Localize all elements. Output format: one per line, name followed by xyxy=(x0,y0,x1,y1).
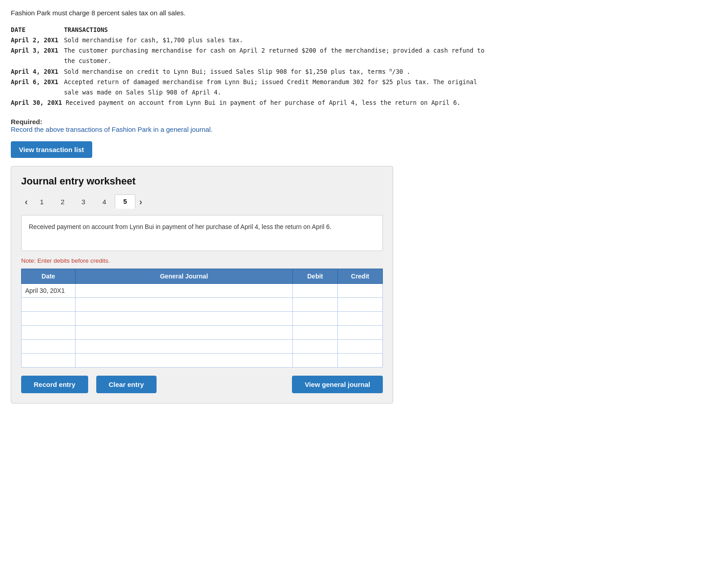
row4-journal-input[interactable] xyxy=(76,326,292,339)
intro-text: Fashion Park must charge 8 percent sales… xyxy=(11,9,711,17)
row2-date xyxy=(22,298,76,312)
tab-row: ‹ 1 2 3 4 5 › xyxy=(21,194,383,209)
tx-date-4: April 6, 20X1 xyxy=(11,77,60,87)
tx-text-5: Received payment on account from Lynn Bu… xyxy=(66,99,461,106)
description-box: Received payment on account from Lynn Bu… xyxy=(21,215,383,251)
row5-credit[interactable] xyxy=(338,340,383,354)
tab-4[interactable]: 4 xyxy=(94,195,115,209)
th-journal: General Journal xyxy=(76,269,293,284)
th-debit: Debit xyxy=(293,269,338,284)
th-credit: Credit xyxy=(338,269,383,284)
row5-debit[interactable] xyxy=(293,340,338,354)
row2-debit[interactable] xyxy=(293,298,338,312)
clear-entry-button[interactable]: Clear entry xyxy=(96,376,157,393)
transactions-block: DATE TRANSACTIONS April 2, 20X1 Sold mer… xyxy=(11,25,711,108)
tx-text-2: The customer purchasing merchandise for … xyxy=(64,47,484,54)
row1-credit[interactable] xyxy=(338,284,383,298)
record-entry-button[interactable]: Record entry xyxy=(21,376,88,393)
row4-date xyxy=(22,326,76,340)
row3-debit[interactable] xyxy=(293,312,338,326)
tx-date-2: April 3, 20X1 xyxy=(11,45,60,56)
row4-credit[interactable] xyxy=(338,326,383,340)
row4-journal[interactable] xyxy=(76,326,293,340)
header-transactions: TRANSACTIONS xyxy=(64,26,108,33)
row6-journal[interactable] xyxy=(76,354,293,368)
tx-text-2b: the customer. xyxy=(64,57,112,64)
worksheet-title: Journal entry worksheet xyxy=(21,175,383,187)
row2-journal[interactable] xyxy=(76,298,293,312)
row3-credit[interactable] xyxy=(338,312,383,326)
tx-text-1: Sold merchandise for cash, $1,700 plus s… xyxy=(64,36,243,44)
row3-journal[interactable] xyxy=(76,312,293,326)
row6-credit-input[interactable] xyxy=(338,354,382,367)
table-row: April 30, 20X1 xyxy=(22,284,383,298)
tab-3[interactable]: 3 xyxy=(73,195,94,209)
table-row xyxy=(22,312,383,326)
row6-debit-input[interactable] xyxy=(293,354,337,367)
table-row xyxy=(22,354,383,368)
row1-date: April 30, 20X1 xyxy=(22,284,76,298)
row6-date xyxy=(22,354,76,368)
table-row xyxy=(22,326,383,340)
row3-debit-input[interactable] xyxy=(293,312,337,325)
row4-credit-input[interactable] xyxy=(338,326,382,339)
table-row xyxy=(22,340,383,354)
tab-prev-button[interactable]: ‹ xyxy=(21,195,31,209)
tx-text-4: Accepted return of damaged merchandise f… xyxy=(64,78,477,85)
row5-debit-input[interactable] xyxy=(293,340,337,353)
row1-credit-input[interactable] xyxy=(338,284,382,297)
row5-journal-input[interactable] xyxy=(76,340,292,353)
row2-credit-input[interactable] xyxy=(338,298,382,311)
row1-journal[interactable] xyxy=(76,284,293,298)
tab-5[interactable]: 5 xyxy=(115,194,135,209)
row2-debit-input[interactable] xyxy=(293,298,337,311)
required-block: Required: Record the above transactions … xyxy=(11,118,711,133)
tab-2[interactable]: 2 xyxy=(52,195,73,209)
table-row xyxy=(22,298,383,312)
row1-debit-input[interactable] xyxy=(293,284,337,297)
row6-credit[interactable] xyxy=(338,354,383,368)
required-label: Required: xyxy=(11,118,42,126)
worksheet-container: Journal entry worksheet ‹ 1 2 3 4 5 › Re… xyxy=(11,166,393,404)
view-general-journal-button[interactable]: View general journal xyxy=(292,376,383,393)
row2-credit[interactable] xyxy=(338,298,383,312)
row4-debit-input[interactable] xyxy=(293,326,337,339)
tab-1[interactable]: 1 xyxy=(31,195,52,209)
row5-credit-input[interactable] xyxy=(338,340,382,353)
row1-journal-input[interactable] xyxy=(76,284,292,297)
row3-journal-input[interactable] xyxy=(76,312,292,325)
note-text: Note: Enter debits before credits. xyxy=(21,257,383,264)
row6-debit[interactable] xyxy=(293,354,338,368)
th-date: Date xyxy=(22,269,76,284)
header-date: DATE xyxy=(11,25,60,35)
required-text: Record the above transactions of Fashion… xyxy=(11,126,213,133)
tx-text-4b: sale was made on Sales Slip 908 of April… xyxy=(64,89,221,96)
tx-date-5: April 30, 20X1 xyxy=(11,98,62,108)
row5-journal[interactable] xyxy=(76,340,293,354)
action-buttons: Record entry Clear entry View general jo… xyxy=(21,376,383,393)
row3-credit-input[interactable] xyxy=(338,312,382,325)
row6-journal-input[interactable] xyxy=(76,354,292,367)
journal-table: Date General Journal Debit Credit April … xyxy=(21,269,383,368)
row3-date xyxy=(22,312,76,326)
tx-date-3: April 4, 20X1 xyxy=(11,67,60,77)
tx-date-1: April 2, 20X1 xyxy=(11,35,60,45)
tx-text-3: Sold merchandise on credit to Lynn Bui; … xyxy=(64,68,410,75)
view-transaction-list-button[interactable]: View transaction list xyxy=(11,141,92,158)
row5-date xyxy=(22,340,76,354)
row1-debit[interactable] xyxy=(293,284,338,298)
tab-next-button[interactable]: › xyxy=(135,195,146,209)
row2-journal-input[interactable] xyxy=(76,298,292,311)
row4-debit[interactable] xyxy=(293,326,338,340)
